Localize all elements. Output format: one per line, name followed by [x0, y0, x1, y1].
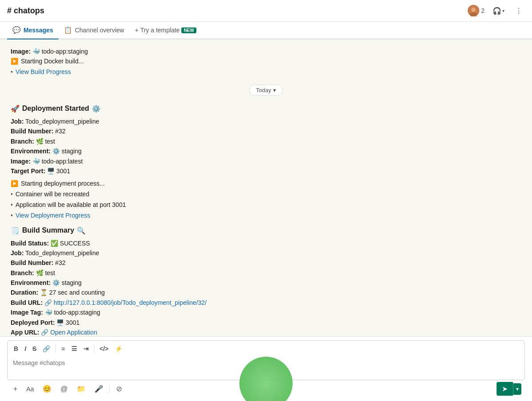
more-options-button[interactable]: ⋮ — [512, 5, 525, 17]
channel-overview-tab-label: Channel overview — [75, 27, 124, 34]
workflow-button[interactable]: ⚡ — [112, 343, 125, 354]
deployment-started-header: 🚀 Deployment Started ⚙️ — [11, 105, 521, 113]
dep-image-line: Image: 🐳 todo-app:latest — [11, 156, 521, 166]
avatar-group[interactable]: 2 — [468, 5, 485, 16]
messages-tab-icon: 💬 — [12, 26, 21, 34]
bold-button[interactable]: B — [11, 343, 21, 354]
new-badge: NEW — [181, 27, 196, 33]
mention-button[interactable]: @ — [58, 383, 70, 395]
image-line: Image: 🐳 todo-app:staging — [11, 47, 521, 56]
dep-build-number-line: Build Number: #32 — [11, 126, 521, 136]
container-recreated-bullet: Container will be recreated — [11, 189, 521, 200]
docker-build-section: Image: 🐳 todo-app:staging ▶️ Starting Do… — [0, 39, 532, 79]
build-status-line: Build Status: ✅ SUCCESS — [11, 238, 521, 248]
format-text-button[interactable]: Aa — [23, 384, 36, 394]
tab-channel-overview[interactable]: 📋 Channel overview — [59, 22, 129, 39]
bs-duration-line: Duration: ⏳ 27 sec and counting — [11, 288, 521, 297]
dep-job-line: Job: Todo_deployment_pipeline — [11, 117, 521, 126]
bs-image-tag-line: Image Tag: 🐳 todo-app:staging — [11, 308, 521, 317]
bs-app-url-line: App URL: 🔗 Open Application — [11, 327, 521, 336]
bs-environment-line: Environment: ⚙️ staging — [11, 278, 521, 288]
headphones-button[interactable]: 🎧 ▾ — [490, 5, 507, 17]
media-button[interactable]: 📁 — [74, 383, 88, 395]
ordered-list-button[interactable]: ≡ — [59, 343, 67, 354]
strikethrough-button[interactable]: S — [30, 343, 39, 354]
tab-messages[interactable]: 💬 Messages — [7, 22, 59, 39]
view-deployment-progress-item: View Deployment Progress — [11, 210, 521, 221]
send-chevron-icon: ▾ — [516, 386, 519, 392]
header-left: # chatops — [7, 6, 44, 16]
code-button[interactable]: </> — [97, 343, 111, 354]
today-divider: Today ▾ — [0, 79, 532, 101]
play-icon-2: ▶️ — [11, 179, 18, 189]
header: # chatops 2 🎧 ▾ ⋮ — [0, 0, 532, 22]
bottom-divider — [110, 385, 110, 393]
plus-icon: + — [135, 27, 138, 34]
input-bottom-left: + Aa 😊 @ 📁 🎤 ⊘ — [11, 383, 125, 395]
starting-deployment-line: ▶️ Starting deployment process... — [11, 179, 521, 189]
today-pill[interactable]: Today ▾ — [249, 85, 283, 96]
unordered-list-button[interactable]: ☰ — [69, 343, 80, 354]
bs-build-url-line: Build URL: 🔗 http://127.0.0.1:8080/job/T… — [11, 298, 521, 308]
channel-overview-tab-icon: 📋 — [64, 26, 72, 34]
try-template-label: Try a template — [140, 27, 180, 34]
dep-target-port-line: Target Port: 🖥️ 3001 — [11, 166, 521, 176]
build-summary-title: Build Summary — [22, 226, 74, 234]
magnifier-icon: 🔍 — [77, 226, 86, 235]
view-deployment-progress-link[interactable]: View Deployment Progress — [16, 210, 90, 221]
today-chevron-icon: ▾ — [273, 87, 276, 93]
app-url-link[interactable]: Open Application — [50, 329, 97, 336]
notepad-icon: 🗒️ — [11, 226, 20, 235]
italic-button[interactable]: I — [22, 343, 29, 354]
deployment-details: Job: Todo_deployment_pipeline Build Numb… — [11, 117, 521, 176]
bs-job-line: Job: Todo_deployment_pipeline — [11, 248, 521, 258]
toolbar-divider-2 — [94, 345, 94, 353]
send-group: ➤ ▾ — [497, 382, 521, 396]
svg-point-1 — [471, 8, 476, 12]
message-list: Image: 🐳 todo-app:staging ▶️ Starting Do… — [0, 39, 532, 336]
header-right: 2 🎧 ▾ ⋮ — [468, 5, 525, 17]
build-summary-section: 🗒️ Build Summary 🔍 Build Status: ✅ SUCCE… — [0, 223, 532, 336]
input-area: B I S 🔗 ≡ ☰ ⇥ </> ⚡ + Aa 😊 @ 📁 🎤 ⊘ ➤ — [0, 336, 532, 401]
more-icon: ⋮ — [515, 7, 522, 15]
send-button[interactable]: ➤ — [497, 382, 513, 396]
channel-title: # chatops — [7, 6, 44, 16]
build-url-link[interactable]: http://127.0.0.1:8080/job/Todo_deploymen… — [54, 299, 207, 306]
build-summary-details: Build Status: ✅ SUCCESS Job: Todo_deploy… — [11, 238, 521, 336]
dep-environment-line: Environment: ⚙️ staging — [11, 146, 521, 156]
send-icon: ➤ — [502, 385, 508, 393]
link-button[interactable]: 🔗 — [40, 343, 53, 354]
dep-branch-line: Branch: 🌿 test — [11, 136, 521, 146]
send-options-button[interactable]: ▾ — [513, 383, 521, 395]
input-bottom-bar: + Aa 😊 @ 📁 🎤 ⊘ ➤ ▾ — [7, 380, 525, 397]
indent-button[interactable]: ⇥ — [81, 343, 91, 354]
input-toolbar: B I S 🔗 ≡ ☰ ⇥ </> ⚡ — [8, 341, 524, 356]
bs-build-number-line: Build Number: #32 — [11, 258, 521, 268]
nav-tabs: 💬 Messages 📋 Channel overview + Try a te… — [0, 22, 532, 39]
today-label: Today — [256, 87, 271, 93]
build-summary-header: 🗒️ Build Summary 🔍 — [11, 226, 521, 235]
view-build-progress-link[interactable]: View Build Progress — [16, 67, 71, 78]
deployment-started-title: Deployment Started — [22, 105, 89, 113]
add-attachment-button[interactable]: + — [11, 383, 20, 395]
avatar — [468, 5, 479, 16]
input-field-wrapper: B I S 🔗 ≡ ☰ ⇥ </> ⚡ — [7, 340, 525, 380]
message-input[interactable] — [8, 356, 524, 378]
bs-deployed-port-line: Deployed Port: 🖥️ 3001 — [11, 318, 521, 327]
toolbar-divider-1 — [55, 345, 56, 353]
docker-icon: 🐳 — [32, 48, 40, 55]
deployment-started-section: 🚀 Deployment Started ⚙️ Job: Todo_deploy… — [0, 101, 532, 223]
bs-branch-line: Branch: 🌿 test — [11, 268, 521, 278]
view-build-progress-item: View Build Progress — [11, 67, 521, 78]
shortcuts-button[interactable]: ⊘ — [113, 383, 125, 395]
emoji-button[interactable]: 😊 — [40, 383, 54, 395]
audio-button[interactable]: 🎤 — [92, 383, 106, 395]
app-available-bullet: Application will be available at port 30… — [11, 200, 521, 210]
try-template-button[interactable]: + Try a template NEW — [129, 21, 202, 39]
messages-tab-label: Messages — [23, 27, 53, 34]
member-count: 2 — [481, 7, 485, 14]
play-icon: ▶️ — [11, 56, 18, 67]
gear-icon: ⚙️ — [92, 105, 101, 113]
chevron-down-icon: ▾ — [502, 8, 505, 13]
headphones-icon: 🎧 — [493, 7, 501, 15]
